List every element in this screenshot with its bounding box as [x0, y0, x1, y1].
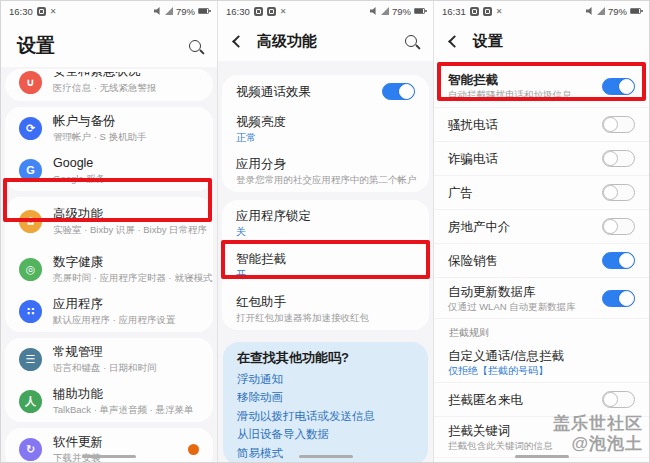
link-remove-animations[interactable]: 移除动画	[237, 391, 414, 403]
panel-advanced-features: 16:30 ✕ 79% 高级功能 视频通话效果	[217, 1, 433, 462]
row-value: 关	[236, 225, 311, 238]
row-title: 智能拦截	[236, 251, 286, 267]
notification-app-icon	[483, 7, 492, 16]
item-subtitle: TalkBack · 单声道音频 · 悬浮菜单	[53, 403, 193, 416]
row-title: 诈骗电话	[448, 151, 498, 167]
setting-row-fraud-calls[interactable]: 诈骗电话	[434, 142, 649, 176]
setting-row-custom-block[interactable]: 自定义通话/信息拦截 仅拒绝【拦截的号码】	[434, 343, 649, 383]
notification-app-icon	[267, 7, 276, 16]
item-title: 应用程序	[53, 296, 175, 312]
data-saver-icon: ✕	[496, 7, 503, 16]
home-indicator[interactable]	[515, 455, 569, 458]
suggestions-title: 在查找其他功能吗?	[237, 350, 414, 366]
advanced-features-icon: ✿	[19, 210, 42, 233]
data-saver-icon: ✕	[280, 7, 287, 16]
link-swipe-to-call[interactable]: 滑动以拨打电话或发送信息	[237, 410, 414, 422]
row-title: 广告	[448, 185, 473, 201]
row-value: 正常	[236, 131, 286, 144]
link-import-old-device[interactable]: 从旧设备导入数据	[237, 428, 414, 440]
mute-icon	[370, 7, 378, 15]
setting-row-video-brightness[interactable]: 视频亮度 正常	[222, 108, 429, 150]
status-time: 16:31	[442, 6, 466, 17]
settings-item-digital-wellbeing[interactable]: ◎ 数字健康 亮屏时间 · 应用程序定时器 · 就寝模式	[5, 245, 213, 290]
setting-row-block-keywords[interactable]: 拦截关键词 拦截包含此关键词的信息	[434, 417, 649, 458]
link-floating-notifications[interactable]: 浮动通知	[237, 373, 414, 385]
setting-row-block-schedule[interactable]: 指定拦截时段	[434, 458, 649, 462]
ads-toggle[interactable]	[602, 184, 635, 201]
nuisance-calls-toggle[interactable]	[602, 116, 635, 133]
search-icon[interactable]	[189, 40, 201, 52]
setting-row-real-estate[interactable]: 房地产中介	[434, 210, 649, 244]
item-title: 高级功能	[53, 206, 199, 222]
item-title: 常规管理	[53, 344, 156, 360]
item-subtitle: Google 服务	[53, 172, 105, 185]
setting-row-insurance-sales[interactable]: 保险销售	[434, 244, 649, 278]
settings-item-accessibility[interactable]: 人 辅助功能 TalkBack · 单声道音频 · 悬浮菜单	[5, 380, 213, 422]
row-title: 自动更新数据库	[448, 284, 576, 300]
back-icon[interactable]	[232, 35, 245, 48]
page-title: 高级功能	[257, 32, 317, 51]
smart-block-toggle[interactable]	[602, 78, 635, 95]
battery-icon	[414, 8, 425, 14]
battery-icon	[630, 8, 641, 14]
settings-item-accounts-backup[interactable]: ⟳ 帐户与备份 管理帐户 · S 换机助手	[5, 107, 213, 149]
settings-item-google[interactable]: G Google Google 服务	[5, 149, 213, 191]
data-saver-icon: ✕	[50, 7, 57, 16]
screenshot-icon	[254, 7, 263, 16]
row-title: 房地产中介	[448, 219, 511, 235]
setting-row-app-lock[interactable]: 应用程序锁定 关	[222, 200, 429, 244]
setting-row-nuisance-calls[interactable]: 骚扰电话	[434, 108, 649, 142]
screenshot-icon	[470, 7, 479, 16]
home-indicator[interactable]	[299, 455, 353, 458]
row-title: 红包助手	[236, 294, 369, 310]
row-subtitle: 仅通过 WLAN 自动更新数据库	[448, 301, 576, 313]
fraud-calls-toggle[interactable]	[602, 150, 635, 167]
setting-row-smart-block[interactable]: 智能拦截 开	[222, 244, 429, 288]
row-subtitle: 拦截包含此关键词的信息	[448, 440, 553, 452]
real-estate-toggle[interactable]	[602, 218, 635, 235]
section-label-block-rules: 拦截规则	[434, 319, 649, 343]
setting-row-dual-messenger[interactable]: 应用分身 登录您常用的社交应用程序中的第二个帐户	[222, 150, 429, 192]
setting-row-block-anonymous[interactable]: 拦截匿名来电	[434, 383, 649, 417]
back-icon[interactable]	[448, 35, 461, 48]
item-title: 辅助功能	[53, 386, 193, 402]
row-title: 智能拦截	[448, 72, 581, 88]
block-anonymous-toggle[interactable]	[602, 391, 635, 408]
settings-item-safety[interactable]: ∪ 安全和紧急状况 医疗信息 · 无线紧急警报	[5, 69, 213, 101]
panel-settings-root: 16:30 ✕ 79% 设置 ∪ 安全和紧急状况 医疗信息 · 无线紧急警报	[1, 1, 217, 462]
item-title: 数字健康	[53, 254, 199, 270]
update-badge	[188, 444, 199, 455]
search-icon[interactable]	[405, 35, 417, 47]
row-title: 自定义通话/信息拦截	[448, 348, 564, 364]
signal-icon	[165, 7, 173, 15]
setting-row-smart-block-master[interactable]: 智能拦截 自动拦截骚扰电话和垃圾信息。	[434, 65, 649, 108]
general-management-icon: ☰	[19, 348, 42, 371]
setting-row-red-packet-helper[interactable]: 红包助手 打开红包加速器将加速接收红包	[222, 288, 429, 330]
row-value: 开	[236, 268, 286, 281]
card-accounts-google: ⟳ 帐户与备份 管理帐户 · S 换机助手 G Google Google 服务	[5, 107, 213, 191]
home-indicator[interactable]	[82, 455, 136, 458]
settings-item-apps[interactable]: ∷ 应用程序 默认应用程序 · 应用程序设置	[5, 290, 213, 332]
setting-row-ads[interactable]: 广告	[434, 176, 649, 210]
item-title: Google	[53, 155, 105, 171]
accessibility-icon: 人	[19, 390, 42, 413]
status-time: 16:30	[9, 6, 33, 17]
insurance-sales-toggle[interactable]	[602, 252, 635, 269]
auto-update-db-toggle[interactable]	[602, 290, 635, 307]
setting-row-video-call-effects[interactable]: 视频通话效果	[222, 75, 429, 108]
notification-app-icon	[37, 7, 46, 16]
setting-row-auto-update-db[interactable]: 自动更新数据库 仅通过 WLAN 自动更新数据库	[434, 278, 649, 319]
settings-item-general-management[interactable]: ☰ 常规管理 语言和键盘 · 日期和时间	[5, 338, 213, 380]
video-call-effects-toggle[interactable]	[382, 83, 415, 100]
row-subtitle: 登录您常用的社交应用程序中的第二个帐户	[236, 173, 415, 186]
card-video-group: 视频通话效果 视频亮度 正常 应用分身 登录您常用的社交应用程序中的第二个帐户	[222, 75, 429, 192]
signal-icon	[381, 7, 389, 15]
page-header: 设置	[434, 21, 649, 61]
row-title: 保险销售	[448, 253, 498, 269]
software-update-icon: ↻	[19, 438, 42, 461]
card-safety: ∪ 安全和紧急状况 医疗信息 · 无线紧急警报	[5, 69, 213, 101]
settings-item-advanced-features[interactable]: ✿ 高级功能 实验室 · Bixby 识屏 · Bixby 日常程序	[5, 197, 213, 245]
digital-wellbeing-icon: ◎	[19, 258, 42, 281]
status-bar: 16:30 ✕ 79%	[218, 1, 433, 21]
row-title: 视频亮度	[236, 114, 286, 130]
